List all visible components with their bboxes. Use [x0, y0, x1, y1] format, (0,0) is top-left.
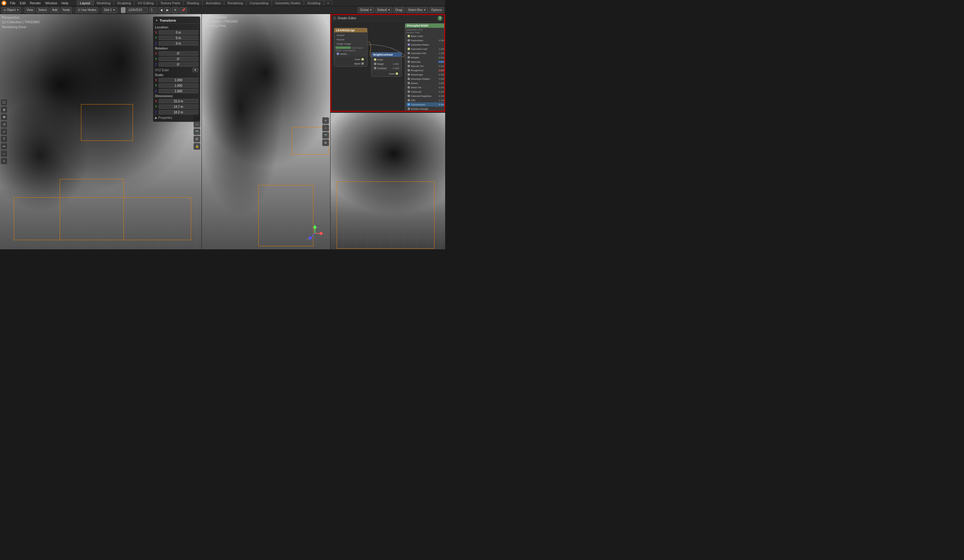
measure-tool[interactable]: ↔: [1, 150, 7, 157]
psdf-met-label: Metallic: [411, 56, 419, 59]
loc-y-axis: Y: [155, 36, 159, 40]
next-key[interactable]: ▶: [164, 7, 171, 13]
rot-z-value[interactable]: 0°: [159, 62, 198, 67]
frame-field[interactable]: 1: [149, 7, 158, 13]
psdf-ss-dot: [407, 39, 410, 42]
psdf-clearcoat: Clearcoat 0.000: [406, 89, 444, 94]
psdf-rough: Roughness 3.406: [406, 68, 444, 72]
center-zoom-out[interactable]: −: [322, 125, 329, 131]
close-strip[interactable]: ✕: [172, 7, 179, 13]
annotate-tool[interactable]: ✏: [1, 143, 7, 150]
object-name-field[interactable]: LEAVES3: [127, 7, 148, 13]
cam-btn[interactable]: 📷: [194, 128, 200, 135]
move-tool[interactable]: ✥: [1, 114, 7, 120]
top-menubar: File Edit Render Window Help Layout Mode…: [0, 0, 445, 6]
scale-tool[interactable]: ⤢: [1, 128, 7, 135]
select-box-dropdown[interactable]: Select Box ▼: [406, 7, 428, 13]
rot-y-value[interactable]: 0°: [159, 57, 198, 61]
sep1: [23, 7, 23, 13]
viewport-center[interactable]: User Perspective (1) Collection | TREEMI…: [202, 14, 331, 249]
psdf-sheentint: Sheen Tint 0.500: [406, 85, 444, 89]
options-btn[interactable]: Options: [429, 7, 444, 13]
menu-render[interactable]: Render: [28, 1, 43, 5]
tab-texture-paint[interactable]: Texture Paint: [157, 0, 183, 5]
node-closed-label: Closed: [337, 34, 344, 37]
bright-out-dot: [396, 72, 398, 75]
node-editor-canvas[interactable]: LEAVES52.tga Closed Repeat Single Image: [331, 22, 444, 111]
properties-section[interactable]: ▶ Properties: [153, 115, 200, 120]
viewport-right-3d-bg: [331, 113, 445, 249]
rotate-tool[interactable]: ↺: [1, 121, 7, 128]
loc-z-value[interactable]: 0 m: [159, 41, 198, 45]
add-tool[interactable]: +: [1, 157, 7, 164]
euler-dropdown[interactable]: ▼: [192, 68, 198, 72]
tab-compositing[interactable]: Compositing: [246, 0, 272, 5]
add-menu[interactable]: Add: [50, 7, 60, 13]
tab-geometry-nodes[interactable]: Geometry Nodes: [272, 0, 304, 5]
dim-x-row: X 15.3 m: [153, 98, 200, 104]
cursor-tool[interactable]: ⊕: [1, 106, 7, 113]
slot-dropdown[interactable]: Slot 1 ▼: [102, 7, 117, 13]
psdf-ssc-dot: [407, 48, 410, 50]
menu-help[interactable]: Help: [59, 1, 71, 5]
orientation-dropdown[interactable]: Global ▼: [358, 7, 374, 13]
dim-y-row: Y 14.7 m: [153, 104, 200, 109]
tab-uv-editing[interactable]: UV Editing: [134, 0, 157, 5]
viewport-right-3d: [331, 113, 445, 249]
dim-z-row: Z 18.2 m: [153, 109, 200, 115]
scale-y-value[interactable]: 1.000: [159, 83, 198, 88]
menu-edit[interactable]: Edit: [18, 1, 28, 5]
pivot-dropdown[interactable]: Default ▼: [375, 7, 392, 13]
tab-animation[interactable]: Animation: [202, 0, 224, 5]
dim-y-value[interactable]: 14.7 m: [159, 104, 198, 109]
tab-add[interactable]: +: [324, 0, 332, 5]
tab-layout[interactable]: Layout: [77, 0, 94, 5]
bright-color-in: Color: [373, 57, 400, 62]
tab-shading[interactable]: Shading: [184, 0, 202, 5]
view-menu[interactable]: View: [24, 7, 36, 13]
menu-file[interactable]: File: [8, 1, 18, 5]
scale-x-axis: X: [155, 78, 159, 82]
node-menu[interactable]: Node: [60, 7, 72, 13]
menu-items: File Edit Render Window Help: [8, 1, 71, 5]
psdf-anisorot: Anisotropic Rotation 0.000: [406, 77, 444, 81]
loc-y-value[interactable]: 0 m: [159, 36, 198, 40]
transform-panel-title: Transform: [160, 19, 176, 22]
checkbox-icon: ☑: [78, 8, 80, 11]
mode-dropdown[interactable]: ⊙ Object ▼: [1, 7, 21, 13]
help-icon[interactable]: ?: [438, 16, 442, 21]
use-nodes-checkbox[interactable]: ☑ Use Nodes: [75, 7, 98, 13]
bright-color-dot: [374, 58, 376, 61]
node-leaves-single-img: Single Image: [335, 42, 366, 46]
psdf-ccr-dot: [407, 95, 410, 97]
dim-x-axis: X: [155, 100, 159, 103]
tab-scripting[interactable]: Scripting: [304, 0, 324, 5]
center-zoom-in[interactable]: +: [322, 117, 329, 124]
rot-x-value[interactable]: 0°: [159, 51, 198, 55]
dim-z-value[interactable]: 18.2 m: [159, 110, 198, 114]
transform-tool[interactable]: T: [1, 136, 7, 142]
tab-modeling[interactable]: Modeling: [94, 0, 114, 5]
lock-btn[interactable]: 🔒: [194, 143, 200, 150]
tab-sculpting[interactable]: Sculpting: [114, 0, 134, 5]
viewport-left[interactable]: ☐ ⊕ ✥ ↺ ⤢ T ✏ ↔ + Perspective (1) Collec…: [0, 14, 202, 249]
select-menu[interactable]: Select: [36, 7, 49, 13]
loc-x-value[interactable]: 0 m: [159, 30, 198, 34]
ortho-btn[interactable]: ⊞: [194, 136, 200, 142]
rotation-x-row: X 0°: [153, 51, 200, 56]
menu-window[interactable]: Window: [43, 1, 59, 5]
center-cam[interactable]: 📷: [322, 132, 329, 139]
psdf-basecolor-label: Base Color: [411, 35, 423, 37]
rot-y-axis: Y: [155, 57, 159, 61]
select-box-tool[interactable]: ☐: [1, 99, 7, 106]
center-ortho[interactable]: ⊞: [322, 139, 329, 146]
tab-rendering[interactable]: Rendering: [224, 0, 246, 5]
zoom-out-btn[interactable]: −: [194, 121, 200, 128]
scale-z-value[interactable]: 1.000: [159, 89, 198, 93]
rotation-y-row: Y 0°: [153, 56, 200, 62]
node-editor-title: Shader Editor: [337, 16, 356, 20]
pin-btn[interactable]: 📌: [179, 7, 187, 13]
node-editor-type-icon: ⬡: [333, 16, 336, 20]
scale-x-value[interactable]: 1.000: [159, 78, 198, 82]
dim-x-value[interactable]: 15.3 m: [159, 99, 198, 103]
